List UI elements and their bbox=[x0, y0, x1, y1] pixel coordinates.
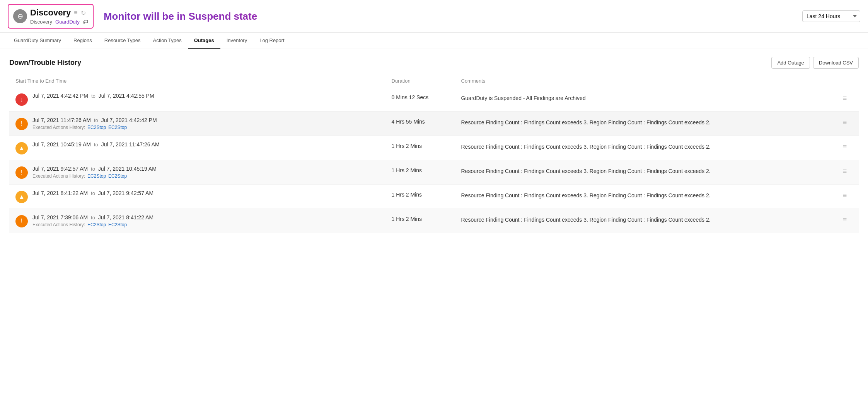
time-column: ! Jul 7, 2021 9:42:57 AM to Jul 7, 2021 … bbox=[15, 166, 392, 179]
time-column: ! Jul 7, 2021 11:47:26 AM to Jul 7, 2021… bbox=[15, 117, 392, 130]
time-selector: Last 24 Hours Last 1 Hour Last 6 Hours L… bbox=[802, 10, 860, 22]
comments-cell: Resource Finding Count : Findings Count … bbox=[461, 190, 837, 200]
tab-regions[interactable]: Regions bbox=[67, 33, 98, 49]
time-column: ↓ Jul 7, 2021 4:42:42 PM to Jul 7, 2021 … bbox=[15, 93, 392, 106]
col-header-time: Start Time to End Time bbox=[15, 78, 392, 84]
start-time: Jul 7, 2021 4:42:42 PM bbox=[32, 93, 88, 99]
breadcrumb-discovery: Discovery bbox=[30, 19, 52, 25]
status-icon-red: ↓ bbox=[15, 93, 28, 106]
table-row: ! Jul 7, 2021 11:47:26 AM to Jul 7, 2021… bbox=[9, 112, 859, 136]
section-title: Down/Trouble History bbox=[9, 59, 81, 67]
action-link[interactable]: EC2Stop bbox=[108, 222, 127, 227]
actions-label: Executed Actions History: bbox=[32, 125, 85, 130]
start-time: Jul 7, 2021 9:42:57 AM bbox=[32, 166, 88, 172]
actions-label: Executed Actions History: bbox=[32, 222, 85, 227]
actions-history: Executed Actions History: EC2Stop EC2Sto… bbox=[32, 125, 157, 130]
end-time: Jul 7, 2021 9:42:57 AM bbox=[98, 190, 153, 196]
end-time: Jul 7, 2021 11:47:26 AM bbox=[101, 141, 160, 148]
tab-resource-types[interactable]: Resource Types bbox=[98, 33, 147, 49]
action-link[interactable]: EC2Stop bbox=[108, 173, 127, 179]
time-info: Jul 7, 2021 9:42:57 AM to Jul 7, 2021 10… bbox=[32, 166, 157, 179]
status-icon-orange: ! bbox=[15, 166, 28, 179]
comments-cell: GuardDuty is Suspended - All Findings ar… bbox=[461, 93, 837, 102]
status-icon-orange: ! bbox=[15, 215, 28, 227]
main-content: Down/Trouble History Add Outage Download… bbox=[0, 49, 868, 241]
time-range: Jul 7, 2021 11:47:26 AM to Jul 7, 2021 4… bbox=[32, 117, 157, 123]
monitor-title: Discovery bbox=[30, 8, 71, 18]
action-link[interactable]: EC2Stop bbox=[87, 173, 106, 179]
col-header-duration: Duration bbox=[392, 78, 461, 84]
end-time: Jul 7, 2021 8:41:22 AM bbox=[98, 214, 153, 221]
row-menu-icon[interactable]: ≡ bbox=[837, 166, 853, 175]
nav-tabs: GuardDuty Summary Regions Resource Types… bbox=[0, 33, 868, 49]
duration-cell: 4 Hrs 55 Mins bbox=[392, 117, 461, 125]
status-icon-yellow: ▲ bbox=[15, 142, 28, 154]
end-time: Jul 7, 2021 4:42:55 PM bbox=[99, 93, 154, 99]
monitor-icon-symbol: ⊖ bbox=[17, 12, 23, 20]
table-row: ▲ Jul 7, 2021 10:45:19 AM to Jul 7, 2021… bbox=[9, 136, 859, 160]
row-menu-icon[interactable]: ≡ bbox=[837, 93, 853, 102]
menu-lines-icon[interactable]: ≡ bbox=[74, 9, 77, 16]
monitor-info: Discovery ≡ ↻ Discovery GuardDuty 🏷 bbox=[30, 8, 88, 25]
refresh-icon[interactable]: ↻ bbox=[81, 9, 86, 17]
row-menu-icon[interactable]: ≡ bbox=[837, 141, 853, 151]
comments-cell: Resource Finding Count : Findings Count … bbox=[461, 117, 837, 127]
col-header-actions bbox=[837, 78, 853, 84]
time-to-label: to bbox=[94, 117, 98, 123]
table-header: Start Time to End Time Duration Comments bbox=[9, 75, 859, 87]
time-range: Jul 7, 2021 8:41:22 AM to Jul 7, 2021 9:… bbox=[32, 190, 153, 196]
time-info: Jul 7, 2021 10:45:19 AM to Jul 7, 2021 1… bbox=[32, 141, 160, 148]
time-to-label: to bbox=[94, 142, 98, 148]
tag-icon: 🏷 bbox=[83, 19, 88, 25]
outage-table-body: ↓ Jul 7, 2021 4:42:42 PM to Jul 7, 2021 … bbox=[9, 87, 859, 233]
time-range-dropdown[interactable]: Last 24 Hours Last 1 Hour Last 6 Hours L… bbox=[802, 10, 860, 22]
row-menu-icon[interactable]: ≡ bbox=[837, 214, 853, 224]
actions-history: Executed Actions History: EC2Stop EC2Sto… bbox=[32, 222, 153, 227]
action-link[interactable]: EC2Stop bbox=[87, 222, 106, 227]
download-csv-button[interactable]: Download CSV bbox=[813, 57, 859, 69]
time-to-label: to bbox=[91, 190, 95, 196]
status-icon-orange: ! bbox=[15, 118, 28, 130]
col-header-comments: Comments bbox=[461, 78, 837, 84]
table-row: ▲ Jul 7, 2021 8:41:22 AM to Jul 7, 2021 … bbox=[9, 185, 859, 209]
time-range: Jul 7, 2021 10:45:19 AM to Jul 7, 2021 1… bbox=[32, 141, 160, 148]
tab-action-types[interactable]: Action Types bbox=[147, 33, 188, 49]
action-link[interactable]: EC2Stop bbox=[108, 125, 127, 130]
actions-label: Executed Actions History: bbox=[32, 173, 85, 179]
action-link[interactable]: EC2Stop bbox=[87, 125, 106, 130]
tab-guardduty-summary[interactable]: GuardDuty Summary bbox=[8, 33, 67, 49]
tab-inventory[interactable]: Inventory bbox=[220, 33, 253, 49]
comments-cell: Resource Finding Count : Findings Count … bbox=[461, 166, 837, 175]
end-time: Jul 7, 2021 10:45:19 AM bbox=[98, 166, 157, 172]
time-range: Jul 7, 2021 4:42:42 PM to Jul 7, 2021 4:… bbox=[32, 93, 154, 99]
time-range: Jul 7, 2021 9:42:57 AM to Jul 7, 2021 10… bbox=[32, 166, 157, 172]
row-menu-icon[interactable]: ≡ bbox=[837, 190, 853, 200]
status-icon-yellow: ▲ bbox=[15, 191, 28, 203]
row-menu-icon[interactable]: ≡ bbox=[837, 117, 853, 127]
table-row: ↓ Jul 7, 2021 4:42:42 PM to Jul 7, 2021 … bbox=[9, 87, 859, 112]
section-header: Down/Trouble History Add Outage Download… bbox=[9, 57, 859, 69]
end-time: Jul 7, 2021 4:42:42 PM bbox=[101, 117, 157, 123]
monitor-meta: Discovery GuardDuty 🏷 bbox=[30, 19, 88, 25]
comments-cell: Resource Finding Count : Findings Count … bbox=[461, 141, 837, 151]
suspend-banner: Monitor will be in Suspend state bbox=[100, 10, 796, 22]
table-row: ! Jul 7, 2021 9:42:57 AM to Jul 7, 2021 … bbox=[9, 160, 859, 185]
time-info: Jul 7, 2021 8:41:22 AM to Jul 7, 2021 9:… bbox=[32, 190, 153, 196]
time-to-label: to bbox=[91, 166, 95, 172]
start-time: Jul 7, 2021 11:47:26 AM bbox=[32, 117, 91, 123]
start-time: Jul 7, 2021 7:39:06 AM bbox=[32, 214, 88, 221]
time-column: ▲ Jul 7, 2021 8:41:22 AM to Jul 7, 2021 … bbox=[15, 190, 392, 203]
start-time: Jul 7, 2021 10:45:19 AM bbox=[32, 141, 91, 148]
time-range: Jul 7, 2021 7:39:06 AM to Jul 7, 2021 8:… bbox=[32, 214, 153, 221]
page-header: ⊖ Discovery ≡ ↻ Discovery GuardDuty 🏷 Mo… bbox=[0, 0, 868, 33]
tab-outages[interactable]: Outages bbox=[188, 33, 220, 49]
add-outage-button[interactable]: Add Outage bbox=[771, 57, 810, 69]
comments-cell: Resource Finding Count : Findings Count … bbox=[461, 214, 837, 224]
tab-log-report[interactable]: Log Report bbox=[253, 33, 290, 49]
breadcrumb-guardduty[interactable]: GuardDuty bbox=[55, 19, 80, 25]
duration-cell: 1 Hrs 2 Mins bbox=[392, 214, 461, 222]
time-info: Jul 7, 2021 11:47:26 AM to Jul 7, 2021 4… bbox=[32, 117, 157, 130]
time-column: ▲ Jul 7, 2021 10:45:19 AM to Jul 7, 2021… bbox=[15, 141, 392, 154]
time-to-label: to bbox=[91, 215, 95, 221]
table-row: ! Jul 7, 2021 7:39:06 AM to Jul 7, 2021 … bbox=[9, 209, 859, 233]
